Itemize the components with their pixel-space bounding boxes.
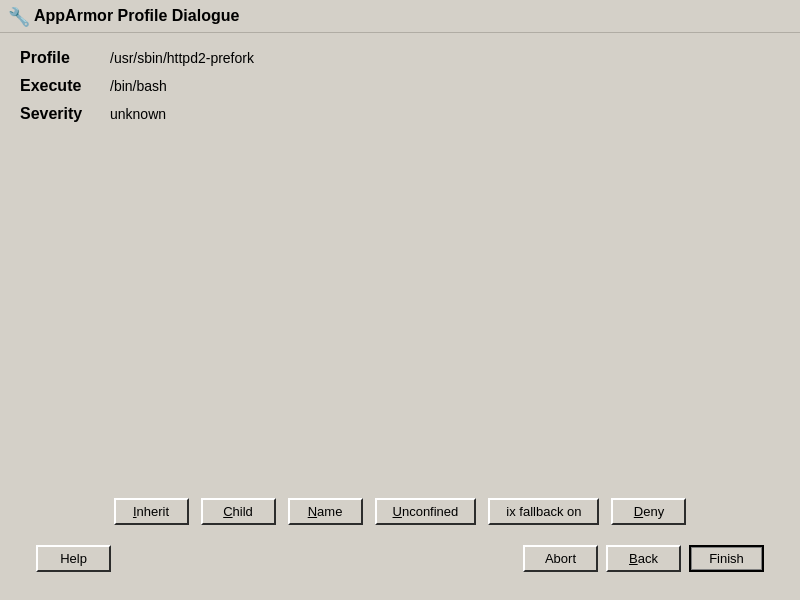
main-button-row: Inherit Child Name Unconfined ix fallbac… (20, 490, 780, 533)
abort-label: Abort (545, 551, 576, 566)
back-label: Back (629, 551, 658, 566)
app-window: 🔧 AppArmor Profile Dialogue Profile /usr… (0, 0, 800, 600)
help-button[interactable]: Help (36, 545, 111, 572)
severity-label: Severity (20, 105, 110, 123)
deny-label: Deny (634, 504, 664, 519)
inherit-label: Inherit (133, 504, 169, 519)
profile-row: Profile /usr/sbin/httpd2-prefork (20, 49, 780, 67)
ix-fallback-button[interactable]: ix fallback on (488, 498, 599, 525)
help-label: Help (60, 551, 87, 566)
execute-row: Execute /bin/bash (20, 77, 780, 95)
app-icon: 🔧 (8, 6, 28, 26)
back-button[interactable]: Back (606, 545, 681, 572)
profile-value: /usr/sbin/httpd2-prefork (110, 50, 254, 66)
spacer (20, 133, 780, 490)
execute-value: /bin/bash (110, 78, 167, 94)
abort-button[interactable]: Abort (523, 545, 598, 572)
bottom-right-buttons: Abort Back Finish (523, 545, 764, 572)
child-button[interactable]: Child (201, 498, 276, 525)
title-bar: 🔧 AppArmor Profile Dialogue (0, 0, 800, 33)
deny-button[interactable]: Deny (611, 498, 686, 525)
finish-button[interactable]: Finish (689, 545, 764, 572)
severity-value: unknown (110, 106, 166, 122)
name-label: Name (308, 504, 343, 519)
ix-fallback-label: ix fallback on (506, 504, 581, 519)
child-label: Child (223, 504, 253, 519)
name-button[interactable]: Name (288, 498, 363, 525)
window-title: AppArmor Profile Dialogue (34, 7, 239, 25)
content-area: Profile /usr/sbin/httpd2-prefork Execute… (0, 33, 800, 600)
finish-label: Finish (709, 551, 744, 566)
severity-row: Severity unknown (20, 105, 780, 123)
execute-label: Execute (20, 77, 110, 95)
inherit-button[interactable]: Inherit (114, 498, 189, 525)
profile-label: Profile (20, 49, 110, 67)
unconfined-label: Unconfined (393, 504, 459, 519)
unconfined-button[interactable]: Unconfined (375, 498, 477, 525)
bottom-button-row: Help Abort Back Finish (20, 537, 780, 584)
